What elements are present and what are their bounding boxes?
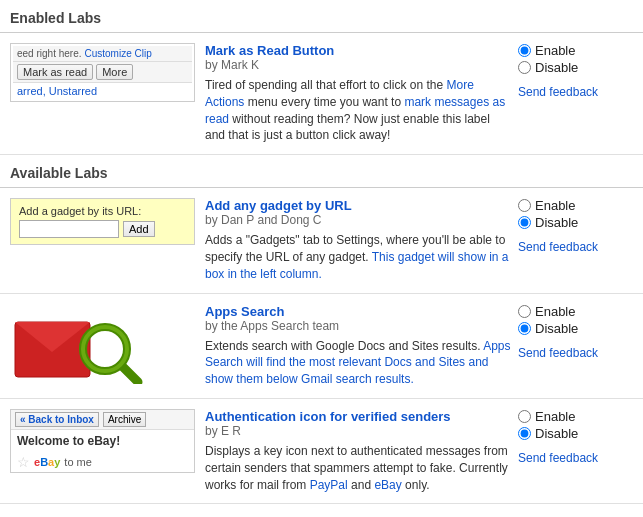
disable-radio-gadget[interactable] xyxy=(518,216,531,229)
lab-controls-apps-search: Enable Disable Send feedback xyxy=(513,304,633,360)
lab-title-add-gadget: Add any gadget by URL xyxy=(205,198,513,213)
disable-label: Disable xyxy=(535,60,578,75)
enable-radio-label[interactable]: Enable xyxy=(518,43,578,58)
lab-preview-mark-as-read: eed right here. Customize Clip Mark as r… xyxy=(10,43,195,102)
enable-radio-apps[interactable] xyxy=(518,305,531,318)
more-preview-btn[interactable]: More xyxy=(96,64,133,80)
lab-description-add-gadget: Add any gadget by URL by Dan P and Dong … xyxy=(205,198,513,282)
lab-text-apps-search: Extends search with Google Docs and Site… xyxy=(205,338,513,388)
enable-radio-auth[interactable] xyxy=(518,410,531,423)
enable-radio-gadget[interactable] xyxy=(518,199,531,212)
disable-radio-apps[interactable] xyxy=(518,322,531,335)
lab-preview-apps-search xyxy=(10,304,195,384)
radio-group-apps-search: Enable Disable xyxy=(518,304,578,338)
lab-row-apps-search: Apps Search by the Apps Search team Exte… xyxy=(0,294,643,399)
radio-group-auth-icon: Enable Disable xyxy=(518,409,578,443)
lab-author-auth-icon: by E R xyxy=(205,424,513,438)
send-feedback-apps-search[interactable]: Send feedback xyxy=(518,346,598,360)
lab-author-add-gadget: by Dan P and Dong C xyxy=(205,213,513,227)
disable-label-apps: Disable xyxy=(535,321,578,336)
lab-row-add-gadget: Add a gadget by its URL: Add Add any gad… xyxy=(0,188,643,293)
lab-preview-add-gadget: Add a gadget by its URL: Add xyxy=(10,198,195,245)
ebay-to-me: to me xyxy=(64,456,92,468)
ebay-logo: eBay xyxy=(34,456,60,468)
enable-radio-label-apps[interactable]: Enable xyxy=(518,304,578,319)
svg-line-6 xyxy=(121,365,138,382)
back-to-inbox-btn[interactable]: « Back to Inbox xyxy=(15,412,99,427)
feed-text: eed right here. xyxy=(17,48,82,59)
disable-radio-label[interactable]: Disable xyxy=(518,60,578,75)
available-labs-header: Available Labs xyxy=(0,155,643,188)
lab-title-mark-as-read: Mark as Read Button xyxy=(205,43,513,58)
disable-radio-label-apps[interactable]: Disable xyxy=(518,321,578,336)
enable-label-auth: Enable xyxy=(535,409,575,424)
enable-label: Enable xyxy=(535,43,575,58)
gadget-url-input[interactable] xyxy=(19,220,119,238)
disable-label-auth: Disable xyxy=(535,426,578,441)
disable-radio-label-gadget[interactable]: Disable xyxy=(518,215,578,230)
lab-controls-auth-icon: Enable Disable Send feedback xyxy=(513,409,633,465)
disable-label-gadget: Disable xyxy=(535,215,578,230)
gadget-add-btn[interactable]: Add xyxy=(123,221,155,237)
starred-row: arred, Unstarred xyxy=(13,83,192,99)
disable-radio-auth[interactable] xyxy=(518,427,531,440)
radio-group-mark-as-read: Enable Disable xyxy=(518,43,578,77)
star-icon[interactable]: ☆ xyxy=(17,454,30,470)
lab-controls-add-gadget: Enable Disable Send feedback xyxy=(513,198,633,254)
svg-point-5 xyxy=(91,335,119,363)
customize-clip-link[interactable]: Customize Clip xyxy=(85,48,152,59)
send-feedback-mark-as-read[interactable]: Send feedback xyxy=(518,85,598,99)
send-feedback-auth-icon[interactable]: Send feedback xyxy=(518,451,598,465)
lab-author-mark-as-read: by Mark K xyxy=(205,58,513,72)
disable-radio[interactable] xyxy=(518,61,531,74)
lab-preview-auth-icon: « Back to Inbox Archive Welcome to eBay!… xyxy=(10,409,195,473)
lab-row-auth-icon: « Back to Inbox Archive Welcome to eBay!… xyxy=(0,399,643,504)
radio-group-add-gadget: Enable Disable xyxy=(518,198,578,232)
enabled-labs-header: Enabled Labs xyxy=(0,0,643,33)
lab-description-auth-icon: Authentication icon for verified senders… xyxy=(205,409,513,493)
lab-title-apps-search: Apps Search xyxy=(205,304,513,319)
disable-radio-label-auth[interactable]: Disable xyxy=(518,426,578,441)
enable-radio-label-gadget[interactable]: Enable xyxy=(518,198,578,213)
enable-label-gadget: Enable xyxy=(535,198,575,213)
lab-author-apps-search: by the Apps Search team xyxy=(205,319,513,333)
lab-description-mark-as-read: Mark as Read Button by Mark K Tired of s… xyxy=(205,43,513,144)
lab-text-add-gadget: Adds a "Gadgets" tab to Settings, where … xyxy=(205,232,513,282)
lab-description-apps-search: Apps Search by the Apps Search team Exte… xyxy=(205,304,513,388)
archive-btn[interactable]: Archive xyxy=(103,412,146,427)
welcome-text: Welcome to eBay! xyxy=(11,430,194,452)
lab-row-mark-as-read: eed right here. Customize Clip Mark as r… xyxy=(0,33,643,155)
lab-title-auth-icon: Authentication icon for verified senders xyxy=(205,409,513,424)
lab-controls-mark-as-read: Enable Disable Send feedback xyxy=(513,43,633,99)
enable-radio-label-auth[interactable]: Enable xyxy=(518,409,578,424)
gadget-url-label: Add a gadget by its URL: xyxy=(19,205,186,217)
enable-radio[interactable] xyxy=(518,44,531,57)
lab-text-mark-as-read: Tired of spending all that effort to cli… xyxy=(205,77,513,144)
apps-search-preview-svg xyxy=(10,304,160,384)
mark-as-read-preview-btn[interactable]: Mark as read xyxy=(17,64,93,80)
enable-label-apps: Enable xyxy=(535,304,575,319)
lab-text-auth-icon: Displays a key icon next to authenticate… xyxy=(205,443,513,493)
send-feedback-add-gadget[interactable]: Send feedback xyxy=(518,240,598,254)
